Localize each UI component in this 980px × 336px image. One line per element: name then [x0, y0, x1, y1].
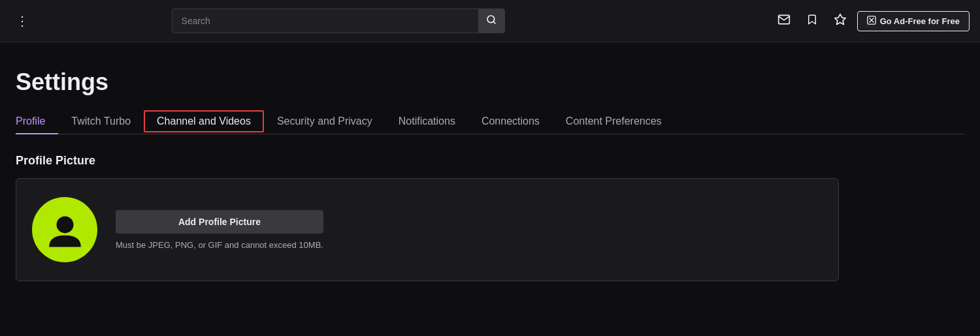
page-title: Settings: [16, 69, 964, 96]
main-content: Settings Profile Twitch Turbo Channel an…: [0, 42, 980, 281]
search-input[interactable]: [172, 9, 478, 33]
inbox-icon: [777, 13, 791, 29]
tab-content-preferences[interactable]: Content Preferences: [553, 109, 675, 134]
inbox-button[interactable]: [772, 8, 796, 35]
tab-notifications[interactable]: Notifications: [385, 109, 468, 134]
svg-point-6: [56, 216, 73, 233]
search-icon: [486, 14, 497, 27]
profile-picture-section-title: Profile Picture: [16, 154, 964, 168]
bookmark-icon: [806, 13, 818, 29]
ad-free-icon: [867, 16, 876, 27]
tab-channel-and-videos[interactable]: Channel and Videos: [144, 110, 264, 132]
add-profile-picture-button[interactable]: Add Profile Picture: [116, 210, 323, 234]
nav-right: Go Ad-Free for Free: [772, 8, 970, 35]
tab-profile[interactable]: Profile: [16, 109, 58, 134]
topnav: ⋮: [0, 0, 980, 42]
menu-button[interactable]: ⋮: [10, 8, 34, 34]
svg-marker-2: [834, 14, 845, 24]
menu-dots-icon: ⋮: [16, 13, 29, 29]
profile-actions: Add Profile Picture Must be JPEG, PNG, o…: [116, 210, 323, 250]
crown-icon: [834, 13, 847, 29]
crown-button[interactable]: [828, 8, 852, 35]
tab-security-and-privacy[interactable]: Security and Privacy: [264, 109, 385, 134]
search-button[interactable]: [478, 9, 504, 33]
tab-twitch-turbo[interactable]: Twitch Turbo: [58, 109, 144, 134]
profile-picture-hint: Must be JPEG, PNG, or GIF and cannot exc…: [116, 240, 323, 250]
profile-picture-card: Add Profile Picture Must be JPEG, PNG, o…: [16, 178, 839, 281]
go-ad-free-button[interactable]: Go Ad-Free for Free: [857, 11, 970, 31]
settings-tabs: Profile Twitch Turbo Channel and Videos …: [16, 109, 964, 134]
tab-connections[interactable]: Connections: [468, 109, 553, 134]
avatar-svg: [44, 209, 86, 251]
avatar: [32, 197, 97, 262]
bookmarks-button[interactable]: [801, 8, 823, 35]
svg-line-1: [493, 22, 495, 23]
go-ad-free-label: Go Ad-Free for Free: [880, 16, 960, 26]
search-container: [172, 8, 505, 33]
